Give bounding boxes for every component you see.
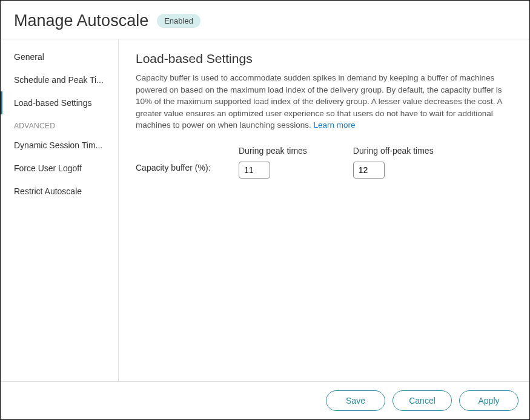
- cancel-button[interactable]: Cancel: [393, 390, 452, 411]
- content-pane: Load-based Settings Capacity buffer is u…: [119, 39, 529, 381]
- peak-capacity-input[interactable]: [239, 162, 270, 179]
- sidebar-item-general[interactable]: General: [1, 45, 118, 68]
- sidebar: General Schedule and Peak Ti... Load-bas…: [1, 39, 119, 381]
- sidebar-item-dynamic-session[interactable]: Dynamic Session Tim...: [1, 134, 118, 157]
- sidebar-item-load-based[interactable]: Load-based Settings: [1, 91, 118, 114]
- learn-more-link[interactable]: Learn more: [313, 120, 355, 130]
- status-badge: Enabled: [157, 14, 200, 28]
- content-description: Capacity buffer is used to accommodate s…: [136, 72, 512, 131]
- offpeak-field-group: During off-peak times: [353, 146, 434, 179]
- autoscale-dialog: Manage Autoscale Enabled General Schedul…: [0, 0, 530, 420]
- capacity-fields: During peak times During off-peak times: [239, 146, 512, 179]
- offpeak-times-header: During off-peak times: [353, 146, 434, 156]
- dialog-body: General Schedule and Peak Ti... Load-bas…: [1, 39, 529, 381]
- save-button[interactable]: Save: [326, 390, 385, 411]
- peak-field-group: During peak times: [239, 146, 307, 179]
- dialog-header: Manage Autoscale Enabled: [1, 1, 529, 39]
- sidebar-item-force-logoff[interactable]: Force User Logoff: [1, 157, 118, 180]
- dialog-title: Manage Autoscale: [14, 11, 148, 30]
- offpeak-capacity-input[interactable]: [353, 162, 385, 179]
- apply-button[interactable]: Apply: [459, 390, 518, 411]
- capacity-buffer-row: Capacity buffer (%): During peak times D…: [136, 146, 512, 179]
- peak-times-header: During peak times: [239, 146, 307, 156]
- sidebar-item-schedule[interactable]: Schedule and Peak Ti...: [1, 68, 118, 91]
- content-title: Load-based Settings: [136, 51, 512, 66]
- capacity-buffer-label: Capacity buffer (%):: [136, 146, 239, 172]
- sidebar-item-restrict-autoscale[interactable]: Restrict Autoscale: [1, 180, 118, 203]
- sidebar-advanced-heading: ADVANCED: [1, 114, 118, 134]
- dialog-footer: Save Cancel Apply: [1, 381, 529, 419]
